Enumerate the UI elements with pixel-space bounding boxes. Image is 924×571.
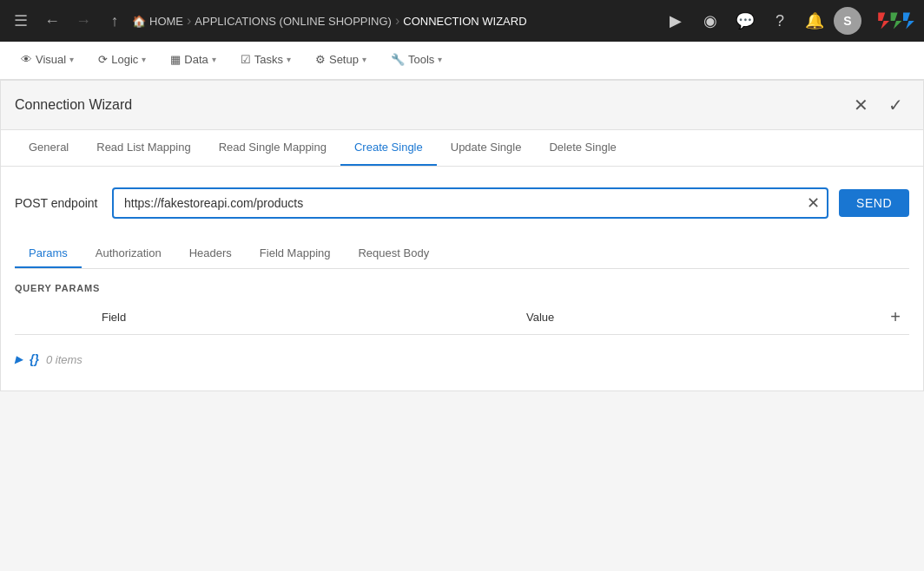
send-button[interactable]: SEND (839, 189, 909, 217)
endpoint-row: POST endpoint ✕ SEND (15, 187, 909, 219)
home-icon: 🏠 (132, 15, 146, 28)
tools-icon: 🔧 (391, 53, 405, 66)
tasks-icon: ☑ (241, 53, 251, 66)
topbar-actions: ▶ ◉ 💬 ? 🔔 S (660, 5, 861, 36)
json-icon: {} (30, 352, 39, 366)
nav-visual[interactable]: 👁 Visual ▾ (10, 42, 84, 80)
logic-chevron: ▾ (142, 55, 146, 64)
sub-tab-strip: Params Authorization Headers Field Mappi… (15, 240, 909, 269)
breadcrumb-home-label: HOME (149, 15, 183, 28)
nav-tools-label: Tools (408, 53, 434, 66)
nav-tasks[interactable]: ☑ Tasks ▾ (230, 42, 301, 80)
tab-read-list-mapping[interactable]: Read List Mapping (82, 130, 204, 166)
dialog-title: Connection Wizard (15, 97, 132, 113)
endpoint-input-wrap: ✕ (112, 187, 828, 219)
subtab-request-body[interactable]: Request Body (344, 240, 443, 268)
nav-setup[interactable]: ⚙ Setup ▾ (305, 42, 377, 80)
add-param-button[interactable]: + (881, 307, 909, 327)
up-icon: ↑ (111, 12, 119, 30)
svg-marker-1 (891, 12, 902, 29)
nav-data[interactable]: ▦ Data ▾ (160, 42, 226, 80)
query-params-label: QUERY PARAMS (15, 283, 909, 293)
forward-icon: → (76, 12, 91, 30)
visual-chevron: ▾ (69, 55, 74, 64)
back-button[interactable]: ← (38, 7, 66, 35)
chat-button[interactable]: 💬 (729, 5, 761, 36)
help-button[interactable]: ? (764, 5, 795, 36)
empty-row: ▶ {} 0 items (15, 342, 909, 377)
nav-tools[interactable]: 🔧 Tools ▾ (380, 42, 452, 80)
back-icon: ← (44, 12, 60, 30)
empty-label: 0 items (46, 353, 82, 366)
subtab-authorization[interactable]: Authorization (82, 240, 175, 268)
svg-marker-0 (878, 12, 889, 29)
up-button[interactable]: ↑ (101, 7, 129, 35)
subtab-field-mapping[interactable]: Field Mapping (246, 240, 345, 268)
confirm-button[interactable]: ✓ (881, 91, 909, 119)
subtab-params[interactable]: Params (15, 240, 82, 268)
second-bar: 👁 Visual ▾ ⟳ Logic ▾ ▦ Data ▾ ☑ Tasks ▾ … (0, 42, 924, 80)
col-value-header: Value (457, 311, 881, 324)
five-logo-icon (875, 9, 917, 33)
nav-visual-label: Visual (36, 53, 66, 66)
breadcrumb-app-label: APPLICATIONS (ONLINE SHOPPING) (195, 15, 392, 28)
endpoint-clear-button[interactable]: ✕ (807, 194, 820, 213)
nav-logic-label: Logic (111, 53, 138, 66)
tab-create-single[interactable]: Create Single (340, 130, 437, 166)
hamburger-icon: ☰ (14, 11, 28, 30)
logic-icon: ⟳ (98, 53, 108, 66)
breadcrumb-sep-2: › (395, 13, 399, 29)
visual-icon: 👁 (21, 53, 32, 66)
nav-logic[interactable]: ⟳ Logic ▾ (88, 42, 156, 80)
forward-button[interactable]: → (69, 7, 97, 35)
dialog-header-actions: ✕ ✓ (847, 91, 909, 119)
endpoint-label: POST endpoint (15, 196, 102, 210)
subtab-headers[interactable]: Headers (175, 240, 246, 268)
play-button[interactable]: ▶ (660, 5, 691, 36)
close-button[interactable]: ✕ (847, 91, 874, 119)
five-logo (875, 9, 917, 33)
nav-tasks-label: Tasks (254, 53, 283, 66)
dialog-header: Connection Wizard ✕ ✓ (1, 81, 923, 130)
setup-chevron: ▾ (362, 55, 366, 64)
tab-update-single[interactable]: Update Single (437, 130, 536, 166)
form-area: POST endpoint ✕ SEND Params Authorizatio… (1, 167, 923, 391)
tab-general[interactable]: General (15, 130, 82, 166)
breadcrumb-app[interactable]: APPLICATIONS (ONLINE SHOPPING) (195, 15, 392, 28)
user-avatar[interactable]: S (834, 7, 861, 35)
endpoint-input[interactable] (112, 187, 828, 219)
tools-chevron: ▾ (438, 55, 442, 64)
connection-wizard-dialog: Connection Wizard ✕ ✓ General Read List … (0, 80, 924, 391)
breadcrumb-home[interactable]: 🏠 HOME (132, 15, 183, 28)
broadcast-button[interactable]: ◉ (695, 5, 726, 36)
tab-read-single-mapping[interactable]: Read Single Mapping (205, 130, 340, 166)
breadcrumb: 🏠 HOME › APPLICATIONS (ONLINE SHOPPING) … (132, 13, 657, 29)
main-tab-strip: General Read List Mapping Read Single Ma… (1, 130, 923, 167)
menu-icon[interactable]: ☰ (7, 7, 35, 35)
data-chevron: ▾ (212, 55, 216, 64)
breadcrumb-current[interactable]: CONNECTION WIZARD (403, 15, 526, 28)
notifications-button[interactable]: 🔔 (799, 5, 830, 36)
setup-icon: ⚙ (315, 53, 326, 66)
breadcrumb-current-label: CONNECTION WIZARD (403, 15, 526, 28)
data-icon: ▦ (170, 53, 181, 66)
query-params-section: QUERY PARAMS Field Value + ▶ {} 0 items (15, 283, 909, 377)
breadcrumb-sep-1: › (187, 13, 191, 29)
svg-marker-2 (903, 12, 914, 29)
tasks-chevron: ▾ (287, 55, 291, 64)
col-field-header: Field (15, 311, 457, 324)
expand-icon[interactable]: ▶ (15, 353, 23, 365)
table-header: Field Value + (15, 307, 909, 335)
top-bar: ☰ ← → ↑ 🏠 HOME › APPLICATIONS (ONLINE SH… (0, 0, 924, 42)
nav-setup-label: Setup (329, 53, 359, 66)
tab-delete-single[interactable]: Delete Single (535, 130, 630, 166)
nav-data-label: Data (184, 53, 208, 66)
